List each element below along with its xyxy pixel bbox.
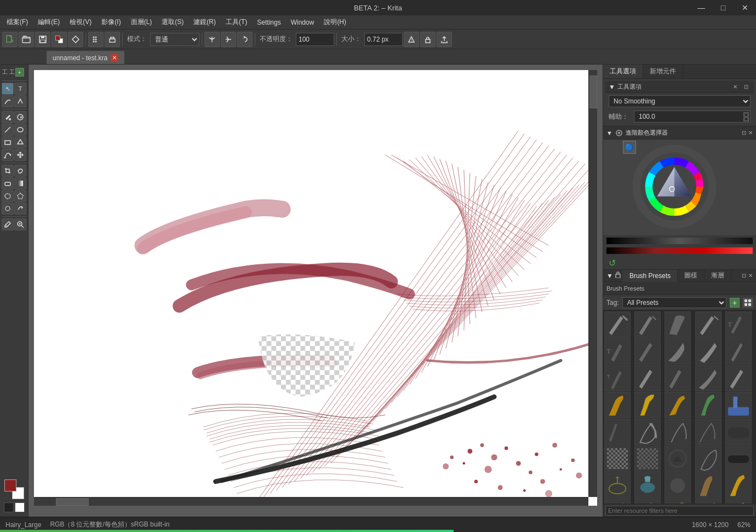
add-tool-button[interactable]: + — [15, 68, 24, 77]
helper-input[interactable] — [637, 113, 725, 120]
new-document-button[interactable] — [2, 32, 18, 47]
brush-item-17[interactable] — [634, 392, 661, 418]
tag-grid-button[interactable] — [743, 298, 753, 308]
lock-button[interactable] — [420, 32, 436, 47]
brush-item-28[interactable] — [665, 446, 691, 472]
freehand-select-tool[interactable] — [2, 190, 14, 202]
brush-item-15[interactable] — [725, 365, 752, 391]
brush-item-6[interactable]: T — [604, 338, 631, 365]
pick-color-button[interactable]: 🔵 — [623, 141, 636, 154]
brush-item-12[interactable] — [634, 365, 661, 391]
menu-view[interactable]: 檢視(V) — [65, 16, 96, 28]
color-swatch-button[interactable] — [51, 32, 67, 47]
brush-item-32[interactable] — [634, 472, 661, 499]
brush-item-2[interactable] — [634, 311, 661, 338]
menu-help[interactable]: 說明(H) — [319, 16, 351, 28]
mirror-h-button[interactable] — [204, 32, 220, 47]
menu-layer[interactable]: 面層(L) — [127, 16, 157, 28]
path-tool[interactable] — [2, 149, 14, 161]
fg-bg-swatch[interactable] — [4, 479, 24, 499]
brush-item-37[interactable] — [634, 499, 661, 504]
brush-item-21[interactable] — [604, 419, 631, 445]
horizontal-scrollbar[interactable] — [34, 497, 588, 506]
color-picker-collapse[interactable]: ▼ — [606, 130, 612, 136]
brush-item-13[interactable] — [665, 365, 691, 391]
eraser-button[interactable] — [105, 32, 120, 47]
brush-close-button[interactable]: ✕ — [748, 273, 753, 279]
contiguous-select-tool[interactable] — [14, 190, 26, 202]
collapse-icon[interactable]: ▼ — [609, 83, 615, 91]
brush-preset-button[interactable] — [88, 32, 104, 47]
brush-item-31[interactable] — [604, 472, 631, 499]
spinner-up[interactable]: ▲ — [743, 112, 749, 117]
menu-image[interactable]: 影像(I) — [97, 16, 125, 28]
mode-select[interactable]: 普通 — [150, 33, 199, 46]
maximize-button[interactable]: □ — [712, 0, 734, 15]
brush-item-20[interactable] — [725, 392, 752, 418]
brush-presets-tab[interactable]: Brush Presets — [623, 270, 678, 282]
polygon-tool[interactable] — [14, 136, 26, 148]
brush-item-24[interactable] — [695, 419, 721, 445]
brush-collapse-icon[interactable]: ▼ — [606, 272, 613, 280]
eraser-tool[interactable] — [2, 177, 14, 189]
brush-item-35[interactable] — [725, 472, 752, 499]
brush-item-14[interactable] — [695, 365, 721, 391]
fg-swatch[interactable] — [4, 479, 16, 491]
brush-item-29[interactable] — [695, 446, 721, 472]
move-tool[interactable] — [14, 149, 26, 161]
brush-item-22[interactable] — [634, 419, 661, 445]
black-swatch[interactable] — [4, 502, 14, 512]
menu-tools[interactable]: 工具(T) — [221, 16, 251, 28]
tab-close-button[interactable]: ✕ — [111, 54, 118, 62]
color-picker-close[interactable]: ✕ — [748, 130, 753, 136]
brush-item-27[interactable] — [634, 446, 661, 472]
menu-filter[interactable]: 濾鏡(R) — [189, 16, 220, 28]
brush-item-19[interactable] — [695, 392, 721, 418]
color-toggle-button[interactable] — [68, 32, 83, 47]
close-button[interactable]: ✕ — [734, 0, 756, 15]
calligraphy-tool[interactable] — [14, 95, 26, 107]
brush-float-button[interactable]: ⊡ — [742, 273, 746, 279]
similar-select-tool[interactable] — [2, 203, 14, 215]
export-button[interactable] — [437, 32, 452, 47]
dark-gradient-bar[interactable] — [606, 238, 753, 244]
color-picker-tool[interactable] — [2, 218, 14, 230]
tool-options-tab[interactable]: 工具選項 — [603, 65, 643, 78]
transform3-tool[interactable] — [14, 203, 26, 215]
brush-item-40[interactable] — [725, 499, 752, 504]
smart-patch-tool[interactable]: ✦ — [14, 111, 26, 123]
transform-tool[interactable]: ↖ — [2, 83, 14, 95]
menu-select[interactable]: 選取(S) — [157, 16, 188, 28]
menu-file[interactable]: 檔案(F) — [2, 16, 32, 28]
minimize-button[interactable]: — — [690, 0, 712, 15]
brush-item-34[interactable] — [695, 472, 721, 499]
brush-item-9[interactable] — [695, 338, 721, 365]
refresh-button[interactable]: ↺ — [606, 257, 617, 268]
brush-item-18[interactable] — [665, 392, 691, 418]
brush-item-38[interactable] — [665, 499, 691, 504]
zoom-tool[interactable] — [14, 218, 26, 230]
warning-button[interactable]: ! — [404, 32, 419, 47]
mirror-v-button[interactable] — [221, 32, 236, 47]
helper-spinner[interactable]: ▲ ▼ — [634, 111, 751, 123]
freehand-tool[interactable] — [2, 95, 14, 107]
color-picker-float[interactable]: ⊡ — [742, 130, 746, 136]
brush-item-25[interactable] — [725, 419, 752, 445]
canvas[interactable] — [34, 70, 597, 506]
brush-item-39[interactable] — [695, 499, 721, 504]
ellipse-tool[interactable] — [14, 124, 26, 136]
opacity-box[interactable] — [296, 33, 334, 46]
new-widget-tab[interactable]: 新增元件 — [643, 65, 683, 78]
rect-tool[interactable] — [2, 136, 14, 148]
menu-edit[interactable]: 編輯(E) — [33, 16, 64, 28]
tool-options-close[interactable]: ✕ — [731, 83, 740, 91]
rotate-button[interactable] — [237, 32, 253, 47]
gradient-fill-tool[interactable] — [14, 177, 26, 189]
color-wheel-svg[interactable] — [625, 143, 724, 230]
brush-item-11[interactable]: T — [604, 365, 631, 391]
opacity-input[interactable] — [299, 36, 331, 43]
brush-item-16[interactable] — [604, 392, 631, 418]
line-tool[interactable] — [2, 124, 14, 136]
brush-item-7[interactable] — [634, 338, 661, 365]
tag-select[interactable]: All Presets — [622, 297, 726, 308]
